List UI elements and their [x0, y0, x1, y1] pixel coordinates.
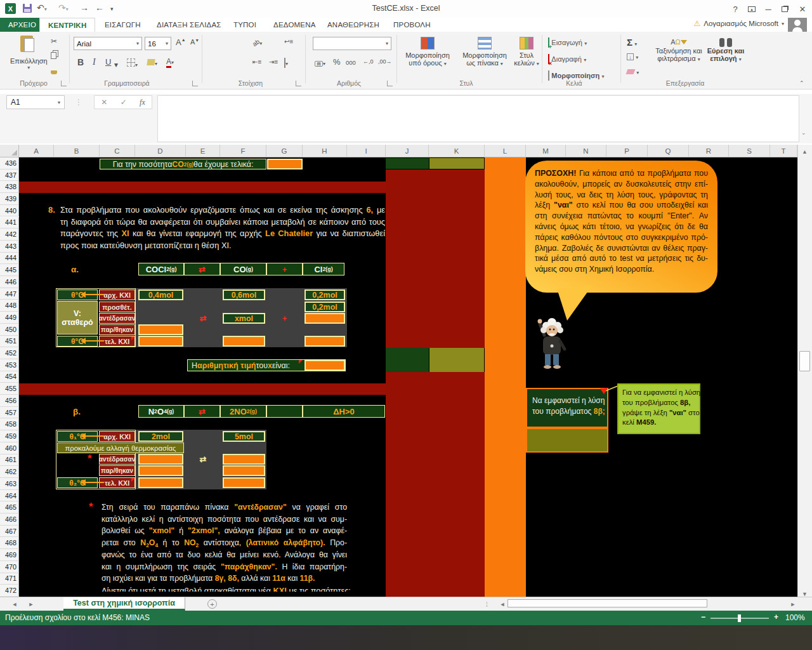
tab-view[interactable]: ΠΡΟΒΟΛΗ	[385, 18, 439, 32]
prev-sheet-icon[interactable]: ◄	[10, 600, 19, 609]
row-header-464[interactable]: 464	[0, 490, 19, 502]
percent-style-icon[interactable]: %	[333, 57, 341, 67]
find-select-button[interactable]: Εύρεση καιεπιλογή ▾	[705, 38, 746, 62]
cancel-entry-icon[interactable]: ✕	[101, 98, 107, 107]
alpha-value-f447[interactable]: 0,6mol	[223, 289, 265, 300]
bold-button[interactable]: B	[77, 57, 84, 67]
zoom-slider-thumb[interactable]	[738, 614, 741, 622]
tab-data[interactable]: ΔΕΔΟΜΕΝΑ	[265, 18, 324, 32]
row-header-460[interactable]: 460	[0, 442, 19, 454]
new-sheet-button[interactable]: +	[207, 599, 217, 609]
row-header-439[interactable]: 439	[0, 193, 19, 205]
column-header-T[interactable]: T	[770, 145, 797, 157]
ribbon-options-button[interactable]: ▴	[743, 3, 760, 15]
font-launcher-icon[interactable]	[192, 81, 198, 86]
row-header-467[interactable]: 467	[0, 526, 19, 538]
font-name-combo[interactable]: Arial▾	[74, 37, 142, 50]
column-header-P[interactable]: P	[606, 145, 648, 157]
row-header-454[interactable]: 454	[0, 371, 19, 383]
alpha-value-h447[interactable]: 0,2mol	[304, 289, 345, 300]
row-header-459[interactable]: 459	[0, 430, 19, 442]
row-header-455[interactable]: 455	[0, 383, 19, 395]
zoom-in-button[interactable]: +	[774, 613, 778, 621]
alpha-value-d447[interactable]: 0,4mol	[138, 289, 183, 300]
row-header-441[interactable]: 441	[0, 217, 19, 229]
alpha-value-f449[interactable]: xmol	[223, 313, 265, 324]
confirm-entry-icon[interactable]: ✓	[121, 98, 127, 107]
borders-icon[interactable]: ▾	[127, 58, 138, 69]
tab-insert[interactable]: ΕΙΣΑΓΩΓΗ	[96, 18, 149, 32]
alpha-answer-f451[interactable]	[223, 336, 265, 347]
row-header-469[interactable]: 469	[0, 549, 19, 561]
column-header-H[interactable]: H	[303, 145, 347, 157]
orientation-icon[interactable]: ab▾	[252, 38, 262, 47]
column-header-B[interactable]: B	[54, 145, 100, 157]
number-launcher-icon[interactable]	[387, 81, 393, 86]
column-header-L[interactable]: L	[485, 145, 526, 157]
collapse-ribbon-icon[interactable]: ⌃	[799, 80, 804, 86]
alpha-answer-h449[interactable]	[304, 313, 345, 324]
column-header-N[interactable]: N	[566, 145, 606, 157]
beta-answer-d462[interactable]	[138, 465, 183, 476]
format-as-table-button[interactable]: Μορφοποίησηως πίνακα ▾	[458, 37, 511, 67]
next-sheet-icon[interactable]: ►	[27, 600, 36, 609]
row-header-465[interactable]: 465	[0, 501, 19, 514]
increase-indent-icon[interactable]: ⇥≡	[269, 58, 278, 65]
delete-cells-button[interactable]: × Διαγραφή ▾	[548, 55, 586, 63]
alpha-value-h448[interactable]: 0,2mol	[304, 302, 345, 312]
tab-home[interactable]: ΚΕΝΤΡΙΚΗ	[39, 18, 95, 32]
column-header-F[interactable]: F	[220, 145, 266, 157]
clipboard-launcher-icon[interactable]	[61, 81, 67, 86]
row-header-449[interactable]: 449	[0, 312, 19, 324]
tab-splitter-handle[interactable]: ⁞	[486, 601, 488, 608]
format-cells-button[interactable]: Μορφοποίηση ▾	[548, 71, 605, 80]
insert-function-icon[interactable]: fx	[140, 98, 145, 107]
column-header-D[interactable]: D	[135, 145, 186, 157]
row-header-440[interactable]: 440	[0, 205, 19, 217]
vertical-scrollbar[interactable]	[797, 145, 812, 600]
column-header-J[interactable]: J	[386, 145, 429, 157]
row-header-446[interactable]: 446	[0, 276, 19, 288]
zoom-out-button[interactable]: −	[701, 613, 705, 621]
alpha-answer-h451[interactable]	[304, 336, 345, 347]
alpha-answer-d451[interactable]	[138, 336, 183, 347]
beta-value-f459[interactable]: 5mol	[223, 431, 265, 442]
row-header-447[interactable]: 447	[0, 288, 19, 300]
row-header-462[interactable]: 462	[0, 466, 19, 478]
row-header-470[interactable]: 470	[0, 561, 19, 573]
name-box[interactable]: A1▾	[6, 95, 65, 109]
column-header-E[interactable]: E	[186, 145, 220, 157]
merge-center-icon[interactable]: ▾	[284, 58, 288, 67]
column-header-C[interactable]: C	[100, 145, 135, 157]
beta-value-d459[interactable]: 2mol	[138, 431, 183, 442]
row-header-442[interactable]: 442	[0, 229, 19, 241]
hscroll-right-icon[interactable]: ►	[789, 600, 797, 609]
cut-icon[interactable]: ✂	[51, 37, 57, 46]
row-header-466[interactable]: 466	[0, 514, 19, 526]
wrap-text-icon[interactable]: ↩≡	[284, 38, 293, 45]
close-button[interactable]: ✕	[794, 3, 811, 15]
row-header-450[interactable]: 450	[0, 324, 19, 336]
cell-styles-button[interactable]: Στυλκελιών ▾	[513, 37, 540, 67]
number-format-combo[interactable]: ▾	[313, 37, 391, 50]
column-header-Q[interactable]: Q	[648, 145, 689, 157]
beta-answer-f462[interactable]	[223, 465, 265, 476]
fill-color-icon[interactable]: ▾	[147, 58, 157, 67]
italic-button[interactable]: I	[93, 57, 96, 67]
beta-answer-f463[interactable]	[223, 477, 265, 488]
font-size-combo[interactable]: 16▾	[145, 37, 171, 50]
insert-cells-button[interactable]: + Εισαγωγή ▾	[548, 38, 587, 47]
tab-page-layout[interactable]: ΔΙΑΤΑΞΗ ΣΕΛΙΔΑΣ	[148, 18, 230, 32]
select-all-corner[interactable]	[0, 145, 19, 157]
row-header-437[interactable]: 437	[0, 169, 19, 182]
formula-input[interactable]	[157, 95, 799, 142]
accounting-format-icon[interactable]: ▤▾	[315, 58, 325, 67]
column-header-K[interactable]: K	[429, 145, 485, 157]
beta-answer-d461[interactable]	[138, 454, 183, 465]
autosum-button[interactable]: Σ ▾	[627, 37, 637, 48]
row-header-463[interactable]: 463	[0, 478, 19, 490]
help-button[interactable]: ?	[727, 3, 743, 15]
format-painter-icon[interactable]	[51, 67, 57, 76]
minimize-button[interactable]: ─	[760, 3, 776, 15]
row-header-444[interactable]: 444	[0, 253, 19, 265]
